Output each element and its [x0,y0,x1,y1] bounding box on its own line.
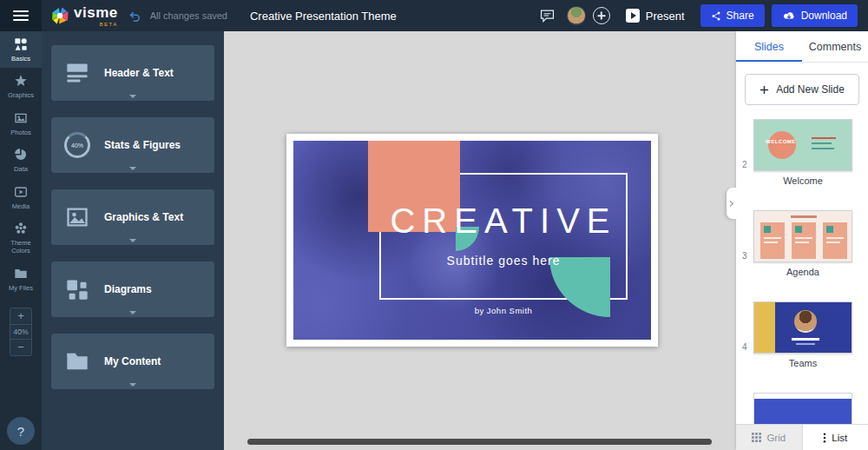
stats-donut-icon: 40% [62,130,92,160]
user-avatar[interactable] [567,6,586,25]
media-play-icon [14,185,28,199]
basics-shapes-icon [14,37,28,51]
tab-slides[interactable]: Slides [736,31,802,62]
menu-button[interactable] [0,0,42,31]
sidebar-item-graphics[interactable]: Graphics [0,68,42,104]
my-files-folder-icon [14,267,28,281]
slide-number: 3 [742,251,747,261]
card-diagrams[interactable]: Diagrams [51,261,214,317]
left-icon-rail: Basics Graphics Photos Data [0,31,42,450]
slide-label: Agenda [753,267,852,277]
horizontal-scrollbar[interactable] [247,439,712,445]
topbar: visme BETA All changes saved Creative Pr… [0,0,868,31]
slide-background[interactable]: CREATIVE Subtitle goes here by John Smit… [293,141,651,340]
beta-badge: BETA [74,22,118,27]
data-pie-icon [14,148,28,162]
sidebar-item-theme-colors[interactable]: Theme Colors [0,215,42,261]
slide-subtitle-text[interactable]: Subtitle goes here [379,254,628,268]
sidebar-item-my-files[interactable]: My Files [0,261,42,297]
sidebar-item-photos[interactable]: Photos [0,105,42,142]
download-cloud-icon [782,10,796,21]
help-button[interactable]: ? [7,417,35,445]
header-text-icon [62,58,92,88]
slide-label: Teams [753,358,852,368]
card-graphics-and-text[interactable]: Graphics & Text [51,189,214,245]
slide-label: Welcome [753,175,852,186]
logo-starburst-icon [50,6,69,25]
image-icon [62,202,92,232]
plus-icon [760,85,769,95]
chevron-down-icon[interactable] [129,311,136,314]
zoom-widget: + 40% − [10,308,32,356]
card-my-content[interactable]: My Content [51,334,214,389]
folder-icon [62,347,92,376]
slide-number: 4 [742,342,747,352]
share-button[interactable]: Share [700,4,765,27]
chevron-right-icon [727,200,733,206]
slide-thumbnail-teams[interactable]: 4 Teams [736,301,868,368]
diagram-squares-icon [62,275,92,304]
visme-logo[interactable]: visme BETA [50,5,118,27]
card-header-and-text[interactable]: Header & Text [51,45,214,101]
chevron-down-icon[interactable] [129,167,136,170]
sidebar-item-media[interactable]: Media [0,179,42,215]
thumbnail-image-agenda[interactable] [753,210,852,262]
thumb-circle-shape [768,131,796,159]
present-button[interactable]: Present [626,9,685,23]
list-view-button[interactable]: List [802,425,868,450]
basics-content-panel: Header & Text 40% Stats & Figures Graphi… [42,31,224,450]
canvas[interactable]: CREATIVE Subtitle goes here by John Smit… [224,31,736,450]
document-title[interactable]: Creative Presentation Theme [250,10,397,23]
visme-editor: visme BETA All changes saved Creative Pr… [0,0,868,450]
download-button[interactable]: Download [772,4,858,27]
list-dots-icon [823,433,826,443]
slide-thumbnail-agenda[interactable]: 3 Agenda [736,210,868,277]
chevron-down-icon[interactable] [129,95,136,98]
thumbnail-image-welcome[interactable]: WELCOME [753,119,852,171]
zoom-in-button[interactable]: + [10,308,31,324]
sidebar-item-data[interactable]: Data [0,142,42,178]
card-stats-and-figures[interactable]: 40% Stats & Figures [51,117,214,173]
slide-byline-text[interactable]: by John Smith [379,306,628,315]
photos-icon [14,111,28,125]
slide-thumbnail-welcome[interactable]: 2 WELCOME Welcome [736,119,868,186]
slide-canvas[interactable]: CREATIVE Subtitle goes here by John Smit… [286,134,658,347]
slide-number: 2 [742,160,747,169]
slide-thumbnail-partial[interactable] [753,393,852,424]
chevron-down-icon[interactable] [129,239,136,242]
logo-wordmark: visme [74,4,118,21]
comments-icon[interactable] [540,9,555,23]
collapse-panel-button[interactable] [727,188,736,219]
share-icon [711,10,721,22]
play-icon [626,9,640,23]
chevron-down-icon[interactable] [129,383,136,387]
graphics-star-icon [14,74,28,88]
add-new-slide-button[interactable]: Add New Slide [745,74,859,105]
grid-icon [752,433,761,442]
undo-icon[interactable] [128,10,141,22]
sidebar-item-basics[interactable]: Basics [0,31,42,68]
zoom-level: 40% [10,324,31,340]
panel-tabs: Slides Comments [736,31,868,63]
zoom-out-button[interactable]: − [10,340,31,355]
thumbnail-image-teams[interactable] [753,301,852,354]
tab-comments[interactable]: Comments [802,31,868,62]
slides-panel: Slides Comments Add New Slide 2 WELCOME [736,31,868,450]
slide-title-text[interactable]: CREATIVE [379,202,628,240]
thumb-member-photo [794,310,817,333]
slide-thumbnail-list: 2 WELCOME Welcome 3 [736,105,868,424]
save-status: All changes saved [150,10,227,21]
view-toggle: Grid List [736,424,868,450]
add-collaborator-icon[interactable] [593,7,610,24]
theme-colors-icon [14,222,28,235]
grid-view-button[interactable]: Grid [736,425,802,450]
